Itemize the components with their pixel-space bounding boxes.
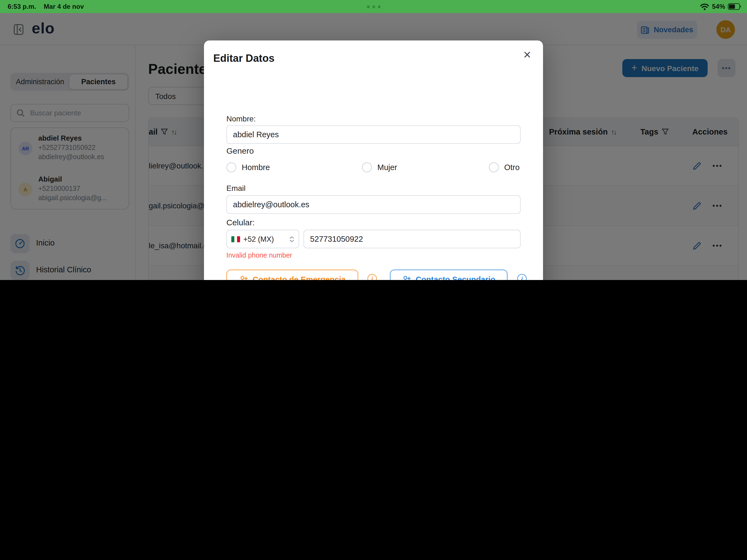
phone-error-text: Invalid phone number bbox=[226, 252, 292, 259]
close-icon[interactable]: × bbox=[523, 48, 531, 61]
multitask-dots-icon bbox=[0, 0, 747, 13]
nombre-field[interactable] bbox=[226, 125, 521, 144]
email-field[interactable] bbox=[226, 195, 521, 214]
info-icon[interactable]: i bbox=[517, 274, 526, 280]
radio-mujer[interactable]: Mujer bbox=[362, 162, 397, 172]
radio-circle[interactable] bbox=[226, 162, 236, 172]
select-carets-icon bbox=[289, 236, 294, 242]
battery-icon bbox=[728, 3, 742, 10]
radio-otro[interactable]: Otro bbox=[489, 162, 519, 172]
person-add-icon bbox=[402, 275, 411, 280]
mexico-flag-icon bbox=[231, 236, 240, 242]
email-label: Email bbox=[226, 184, 246, 193]
battery-percent: 54% bbox=[712, 3, 725, 10]
nombre-label: Nombre: bbox=[226, 114, 256, 123]
country-code-select[interactable]: +52 (MX) bbox=[226, 230, 299, 248]
genero-label: Genero bbox=[226, 146, 254, 155]
wifi-icon bbox=[700, 3, 709, 10]
edit-data-modal: Editar Datos × Nombre: Genero Hombre Muj… bbox=[204, 41, 543, 280]
emergency-contact-button[interactable]: Contacto de Emergencia bbox=[226, 270, 358, 280]
info-icon[interactable]: i bbox=[367, 274, 377, 280]
person-add-icon bbox=[239, 275, 248, 280]
modal-title: Editar Datos bbox=[213, 52, 275, 65]
radio-circle[interactable] bbox=[362, 162, 372, 172]
radio-hombre[interactable]: Hombre bbox=[226, 162, 270, 172]
phone-field[interactable]: 527731050922 bbox=[304, 230, 521, 248]
status-bar: 6:53 p.m. Mar 4 de nov 54% bbox=[0, 0, 747, 13]
radio-circle[interactable] bbox=[489, 162, 499, 172]
celular-label: Celular: bbox=[226, 218, 255, 227]
screen: 6:53 p.m. Mar 4 de nov 54% elo bbox=[0, 0, 747, 280]
secondary-contact-button[interactable]: Contacto Secundario bbox=[390, 270, 508, 280]
